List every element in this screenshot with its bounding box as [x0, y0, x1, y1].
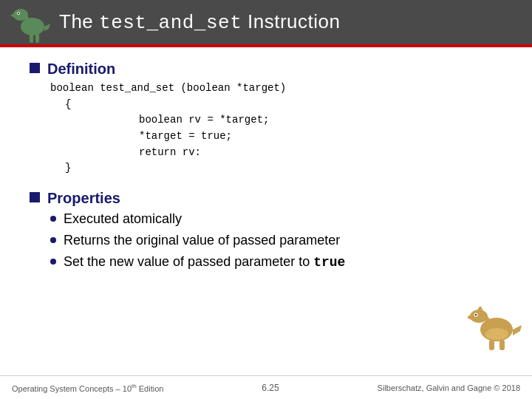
slide-header: The test_and_set Instruction — [0, 0, 532, 44]
svg-rect-8 — [35, 34, 39, 43]
definition-title: Definition — [47, 61, 115, 78]
prop-bullet-3 — [50, 259, 56, 265]
code-line-3: boolean rv = *target; — [139, 112, 502, 129]
definition-bullet — [30, 63, 40, 73]
definition-section: Definition boolean test_and_set (boolean… — [30, 61, 502, 177]
footer-page: 6.25 — [262, 383, 279, 393]
prop-item-2: Returns the original value of passed par… — [50, 233, 502, 248]
svg-point-4 — [18, 13, 19, 14]
svg-marker-6 — [44, 24, 50, 31]
footer-copyright: Silberschatz, Galvin and Gagne © 2018 — [378, 383, 520, 392]
slide: The test_and_set Instruction Definition … — [0, 0, 532, 399]
code-line-4: *target = true; — [139, 129, 502, 145]
prop-text-3: Set the new value of passed parameter to… — [64, 254, 345, 270]
svg-rect-19 — [489, 340, 494, 350]
svg-point-14 — [475, 314, 477, 316]
svg-marker-16 — [477, 306, 483, 310]
code-line-1: boolean test_and_set (boolean *target) — [50, 81, 502, 97]
svg-rect-7 — [30, 34, 33, 43]
properties-bullet — [30, 192, 40, 202]
svg-rect-20 — [499, 340, 505, 350]
code-line-6: } — [65, 160, 502, 177]
svg-point-11 — [470, 310, 488, 323]
svg-marker-17 — [513, 325, 522, 335]
dino-top-icon — [4, 3, 55, 46]
code-block: boolean test_and_set (boolean *target) {… — [50, 81, 502, 177]
footer: Operating System Concepts – 10th Edition… — [0, 375, 532, 399]
properties-list: Executed atomically Returns the original… — [50, 211, 502, 270]
slide-title: The test_and_set Instruction — [59, 10, 340, 34]
prop-bullet-1 — [50, 216, 56, 222]
slide-content: Definition boolean test_and_set (boolean… — [0, 47, 532, 375]
prop-item-3: Set the new value of passed parameter to… — [50, 254, 502, 270]
properties-header: Properties — [30, 190, 502, 207]
definition-header: Definition — [30, 61, 502, 78]
prop-text-1: Executed atomically — [64, 211, 182, 227]
prop-bullet-2 — [50, 237, 56, 243]
footer-edition: Operating System Concepts – 10th Edition — [12, 383, 163, 393]
properties-section: Properties Executed atomically Returns t… — [30, 190, 502, 270]
dino-bottom-icon — [466, 300, 525, 352]
code-line-2: { — [65, 97, 502, 113]
code-line-5: return rv: — [139, 145, 502, 161]
prop-item-1: Executed atomically — [50, 211, 502, 227]
prop-text-2: Returns the original value of passed par… — [64, 233, 340, 248]
properties-title: Properties — [47, 190, 120, 207]
